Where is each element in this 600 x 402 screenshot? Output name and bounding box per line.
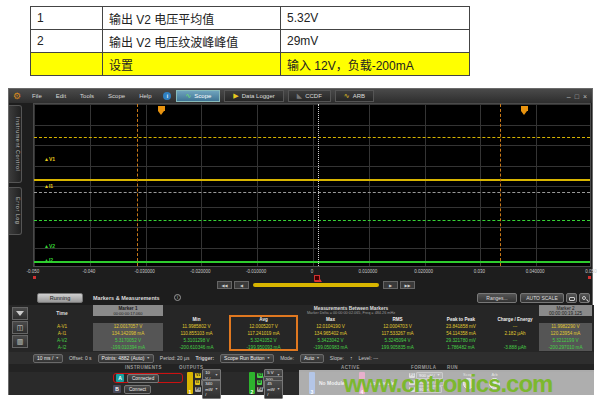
x-tick: 0.050 xyxy=(585,269,596,274)
scroll-prev-button[interactable]: ◀ xyxy=(234,281,249,289)
instrument-b-connect-button[interactable]: Connect xyxy=(124,385,151,394)
marker2-line[interactable] xyxy=(500,104,501,266)
info-icon[interactable]: i xyxy=(163,92,171,100)
result-table: 1 输出 V2 电压平均值 5.32V 2 输出 V2 电压纹波峰峰值 29mV… xyxy=(30,6,470,76)
col-rms[interactable]: RMS xyxy=(364,316,431,323)
tab-data-logger[interactable]: ▶ Data Logger xyxy=(224,90,283,102)
scroll-first-button[interactable]: ◀◀ xyxy=(217,281,232,289)
instrument-a-status: Connected xyxy=(127,374,159,383)
instruments-panel: A Connected B Connect xyxy=(113,372,183,394)
waveform-plot[interactable]: ▲V1 ▲I1 ▲V2 ▲I2 xyxy=(33,103,591,267)
scroll-last-button[interactable]: ▶▶ xyxy=(400,281,415,289)
maximize-button[interactable]: □ xyxy=(575,93,579,100)
running-button[interactable]: Running xyxy=(37,293,83,303)
trace-i2 xyxy=(34,261,590,263)
p1-scale-dropdown[interactable]: 340 mW /▼ xyxy=(202,380,221,399)
channel-label-v1[interactable]: ▲V1 xyxy=(44,156,55,162)
row-value: 输入 12V，负载-200mA xyxy=(281,53,470,76)
x-axis: -0.050 -0.040 -0.030000 -0.020000 -0.010… xyxy=(33,268,591,278)
app-window: ⚙ File Edit Tools Scope Help i ∿ Scope ▶… xyxy=(8,88,593,395)
marker1-flag[interactable] xyxy=(158,106,165,115)
measurement-row-v2[interactable]: A-V25.3170052 V 5.3101298 V5.3241052 V 5… xyxy=(31,337,592,344)
range-marker-left xyxy=(33,276,36,279)
col-max[interactable]: Max xyxy=(297,316,364,323)
menu-file[interactable]: File xyxy=(25,93,49,99)
measurement-row-v1[interactable]: A-V112.0017057 V 11.9985802 V12.0005207 … xyxy=(31,323,592,330)
magnifier-icon xyxy=(582,296,586,300)
rising-edge-icon[interactable]: ↑ xyxy=(350,355,353,361)
period-value: Period: 20 µs xyxy=(160,355,190,361)
menu-bar: ⚙ File Edit Tools Scope Help i ∿ Scope ▶… xyxy=(9,89,592,103)
trigger-label: Trigger: xyxy=(195,355,214,361)
x-tick: -0.030000 xyxy=(134,269,154,274)
sidebar-tab-instrument-control[interactable]: Instrument Control xyxy=(9,105,22,183)
columns-button[interactable]: ▥ xyxy=(12,335,28,348)
sidebar-tab-error-log[interactable]: Error Log xyxy=(9,187,22,235)
filter-button[interactable] xyxy=(12,307,28,320)
watermark-text: www.cntronics.com xyxy=(344,370,553,398)
autoscale-button[interactable]: AUTO SCALE xyxy=(520,293,564,303)
col-peak-to-peak[interactable]: Peak to Peak xyxy=(431,316,491,323)
marker2-header[interactable]: Marker 2 00:00:00:19.125 xyxy=(539,305,592,316)
trigger-source-dropdown[interactable]: Scope Run Button▼ xyxy=(220,354,274,363)
p1-chip: P1 xyxy=(195,387,201,392)
p2-scale-dropdown[interactable]: 45 mW /▼ xyxy=(264,380,283,399)
table-row: 1 输出 V2 电压平均值 5.32V xyxy=(31,7,470,30)
outputs-section-label: OUTPUTS xyxy=(179,365,203,370)
level-value: Level: --- xyxy=(358,355,378,361)
instrument-b-row[interactable]: B Connect xyxy=(113,384,183,394)
menu-scope[interactable]: Scope xyxy=(101,93,132,99)
markers-toggle-button[interactable]: ◫ xyxy=(12,321,28,334)
close-button[interactable]: × xyxy=(583,93,587,100)
col-min[interactable]: Min xyxy=(163,316,230,323)
table-row-settings: 设置 输入 12V，负载-200mA xyxy=(31,53,470,76)
instrument-a-row[interactable]: A Connected xyxy=(113,373,183,383)
instrument-a-badge: A xyxy=(116,374,124,382)
minimize-button[interactable]: – xyxy=(567,93,571,100)
row-label: 输出 V2 电压平均值 xyxy=(103,7,281,30)
trace-reference xyxy=(34,192,590,193)
channel-label-v2[interactable]: ▲V2 xyxy=(44,243,55,249)
scroll-next-button[interactable]: ▶ xyxy=(383,281,398,289)
between-markers-header: Measurements Between Markers Marker Delt… xyxy=(163,305,539,316)
range-marker-right xyxy=(588,276,591,279)
scroll-thumb[interactable] xyxy=(253,283,379,287)
tab-scope[interactable]: ∿ Scope xyxy=(176,90,220,102)
mode-dropdown[interactable]: Auto▼ xyxy=(300,354,324,363)
menu-tools[interactable]: Tools xyxy=(73,93,101,99)
trigger-line xyxy=(318,104,319,266)
menu-edit[interactable]: Edit xyxy=(49,93,73,99)
marker1-header[interactable]: Marker 1 00:00:00:17.060 xyxy=(93,305,163,316)
tab-arb[interactable]: ∿ ARB xyxy=(335,90,374,102)
row-label: 输出 V2 电压纹波峰峰值 xyxy=(103,30,281,53)
measurement-row-i2[interactable]: A-I2-199.010394 mA -200.610346 mA-199.95… xyxy=(31,344,592,351)
measurement-row-i1[interactable]: A-I1134.142098 mA 110.855103 mA117.24101… xyxy=(31,330,592,337)
gear-icon[interactable]: ⚙ xyxy=(13,91,21,101)
marker1-line[interactable] xyxy=(137,104,138,266)
col-avg[interactable]: Avg xyxy=(230,316,297,323)
trace-v2 xyxy=(34,220,590,221)
col-charge-energy[interactable]: Charge / Energy xyxy=(491,316,539,323)
x-tick: 0.030 xyxy=(474,269,485,274)
zoom-in-button[interactable] xyxy=(579,293,590,303)
measurements-panel: ◫ ▥ Time Marker 1 00:00:00:17.060 Measur… xyxy=(9,305,594,352)
table-row: 2 输出 V2 电压纹波峰峰值 29mV xyxy=(31,30,470,53)
channel-label-i2[interactable]: ▲I2 xyxy=(44,257,53,263)
markers-info-icon[interactable]: i xyxy=(174,294,181,301)
row-value: 5.32V xyxy=(281,7,470,30)
tab-ccdf[interactable]: ◣ CCDF xyxy=(288,90,331,102)
camera-icon xyxy=(569,297,575,301)
ccdf-curve-icon: ◣ xyxy=(297,93,302,99)
x-tick: -0.050 xyxy=(27,269,40,274)
measurements-table: Time Marker 1 00:00:00:17.060 Measuremen… xyxy=(31,305,592,351)
slope-label: Slope: xyxy=(330,355,344,361)
ranges-button[interactable]: Ranges... xyxy=(477,293,517,303)
menu-help[interactable]: Help xyxy=(132,93,158,99)
channel-label-i1[interactable]: ▲I1 xyxy=(44,183,53,189)
points-dropdown[interactable]: Points: 4882 (Auto)▼ xyxy=(98,354,154,363)
timebase-dropdown[interactable]: 10 ms /▼ xyxy=(33,354,63,363)
acquisition-toolbar: 10 ms /▼ Offset: 0 s Points: 4882 (Auto)… xyxy=(9,352,594,364)
marker2-flag[interactable] xyxy=(521,106,528,115)
x-tick: 0.040000 xyxy=(526,269,545,274)
screenshot-button[interactable] xyxy=(566,293,577,303)
